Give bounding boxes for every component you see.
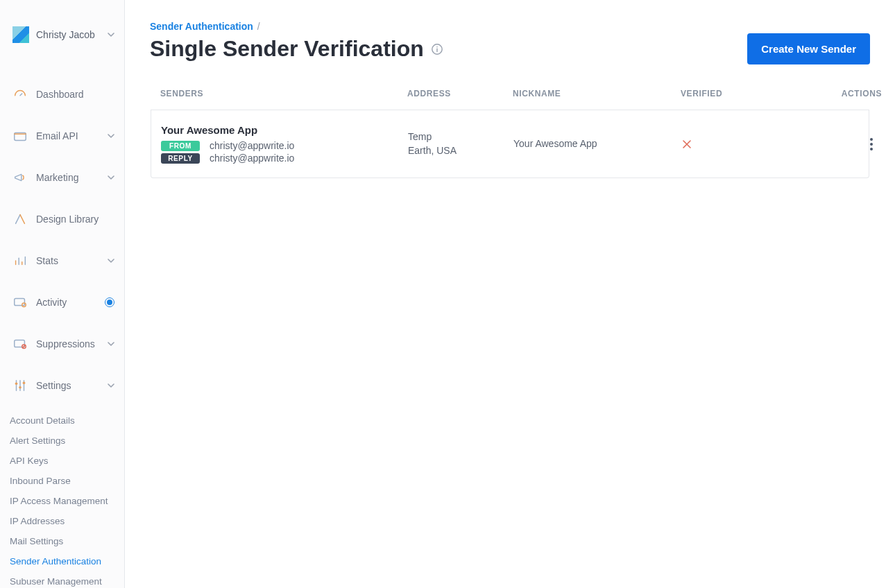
subnav-inbound-parse[interactable]: Inbound Parse xyxy=(10,471,124,491)
chevron-down-icon xyxy=(108,257,114,264)
address-line2: Earth, USA xyxy=(408,144,513,158)
nav-label: Dashboard xyxy=(36,89,114,100)
senders-table: SENDERS ADDRESS NICKNAME VERIFIED ACTION… xyxy=(150,88,870,179)
settings-icon xyxy=(12,378,28,393)
nav-label: Design Library xyxy=(36,214,114,225)
unverified-x-icon xyxy=(681,139,692,150)
stats-icon xyxy=(12,253,28,268)
table-header-row: SENDERS ADDRESS NICKNAME VERIFIED ACTION… xyxy=(151,89,869,110)
table-row: Your Awesome App FROM christy@appwrite.i… xyxy=(151,110,869,178)
create-new-sender-button[interactable]: Create New Sender xyxy=(747,33,870,64)
settings-subnav: Account Details Alert Settings API Keys … xyxy=(0,406,124,588)
from-line: FROM christy@appwrite.io xyxy=(161,140,408,151)
suppressions-icon xyxy=(12,336,28,352)
nav-label: Activity xyxy=(36,297,101,308)
subnav-ip-addresses[interactable]: IP Addresses xyxy=(10,511,124,531)
reply-line: REPLY christy@appwrite.io xyxy=(161,153,408,164)
nav-activity[interactable]: Activity xyxy=(0,282,124,323)
chevron-down-icon xyxy=(108,132,114,139)
notification-dot-icon xyxy=(105,297,114,307)
page-title: Single Sender Verification xyxy=(150,36,443,62)
subnav-account-details[interactable]: Account Details xyxy=(10,410,124,431)
th-address: ADDRESS xyxy=(407,89,513,98)
row-actions-menu-button[interactable] xyxy=(864,136,878,153)
chevron-down-icon xyxy=(108,340,114,347)
email-api-icon xyxy=(12,128,28,144)
svg-rect-1 xyxy=(15,299,25,306)
nav-label: Suppressions xyxy=(36,338,108,349)
verified-cell xyxy=(681,139,820,150)
page-header: Single Sender Verification Create New Se… xyxy=(150,33,870,64)
activity-icon xyxy=(12,295,28,310)
actions-cell xyxy=(820,136,883,153)
chevron-down-icon xyxy=(108,382,114,389)
primary-nav: Dashboard Email API Marketing Design Lib… xyxy=(0,74,124,406)
avatar xyxy=(12,26,29,43)
th-verified: VERIFIED xyxy=(681,89,819,98)
megaphone-icon xyxy=(12,170,28,185)
svg-point-5 xyxy=(15,382,18,385)
reply-badge: REPLY xyxy=(161,153,200,164)
nav-label: Settings xyxy=(36,380,108,391)
subnav-sender-authentication[interactable]: Sender Authentication xyxy=(10,551,124,571)
sidebar: Christy Jacob Dashboard Email API Market… xyxy=(0,0,125,588)
nav-stats[interactable]: Stats xyxy=(0,240,124,282)
nickname-cell: Your Awesome App xyxy=(513,137,681,151)
from-badge: FROM xyxy=(161,141,200,151)
subnav-alert-settings[interactable]: Alert Settings xyxy=(10,431,124,451)
breadcrumb-parent[interactable]: Sender Authentication xyxy=(150,21,253,32)
nav-marketing[interactable]: Marketing xyxy=(0,157,124,198)
nav-label: Marketing xyxy=(36,172,108,183)
svg-rect-3 xyxy=(15,340,25,347)
main-content: Sender Authentication / Single Sender Ve… xyxy=(125,0,895,588)
subnav-subuser-management[interactable]: Subuser Management xyxy=(10,571,124,588)
th-nickname: NICKNAME xyxy=(513,89,681,98)
sender-cell: Your Awesome App FROM christy@appwrite.i… xyxy=(161,124,408,164)
nav-design-library[interactable]: Design Library xyxy=(0,198,124,240)
reply-email: christy@appwrite.io xyxy=(210,153,294,164)
nav-label: Email API xyxy=(36,130,108,141)
from-email: christy@appwrite.io xyxy=(210,140,294,151)
dashboard-icon xyxy=(12,87,28,102)
subnav-api-keys[interactable]: API Keys xyxy=(10,451,124,471)
nav-suppressions[interactable]: Suppressions xyxy=(0,323,124,365)
svg-point-6 xyxy=(19,386,22,389)
breadcrumb: Sender Authentication / xyxy=(150,21,870,32)
page-title-text: Single Sender Verification xyxy=(150,36,424,62)
design-icon xyxy=(12,211,28,227)
address-cell: Temp Earth, USA xyxy=(408,130,513,157)
address-line1: Temp xyxy=(408,130,513,144)
sender-name: Your Awesome App xyxy=(161,124,408,136)
account-switcher[interactable]: Christy Jacob xyxy=(0,19,124,60)
th-actions: ACTIONS xyxy=(819,89,882,98)
info-icon[interactable] xyxy=(431,43,443,55)
th-senders: SENDERS xyxy=(160,89,407,98)
breadcrumb-separator: / xyxy=(257,21,260,32)
nav-email-api[interactable]: Email API xyxy=(0,115,124,157)
svg-point-7 xyxy=(23,382,26,385)
chevron-down-icon xyxy=(108,31,114,38)
subnav-ip-access-management[interactable]: IP Access Management xyxy=(10,491,124,511)
nav-settings[interactable]: Settings xyxy=(0,365,124,406)
user-name: Christy Jacob xyxy=(36,29,108,40)
subnav-mail-settings[interactable]: Mail Settings xyxy=(10,531,124,551)
chevron-down-icon xyxy=(108,174,114,181)
nav-label: Stats xyxy=(36,255,108,266)
nav-dashboard[interactable]: Dashboard xyxy=(0,74,124,115)
